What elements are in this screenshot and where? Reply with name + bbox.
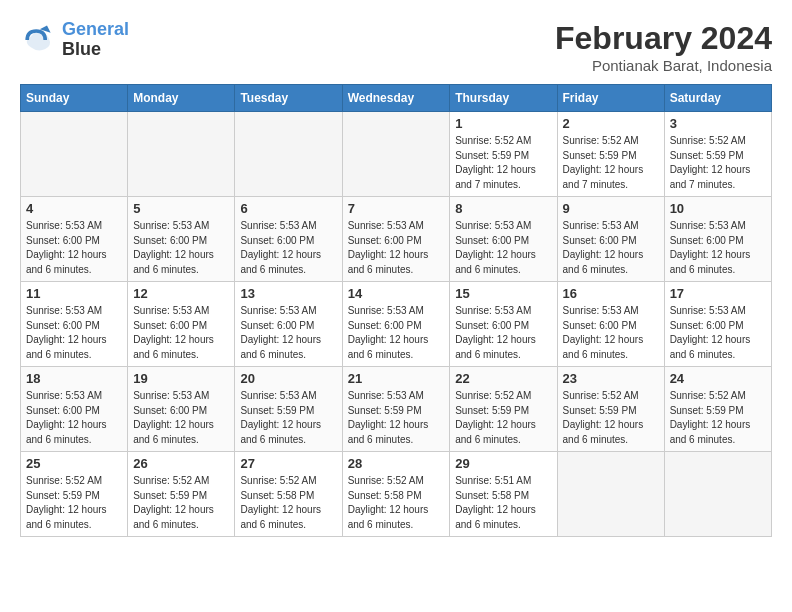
day-info: Sunrise: 5:53 AMSunset: 6:00 PMDaylight:… <box>670 219 766 277</box>
calendar-cell: 4Sunrise: 5:53 AMSunset: 6:00 PMDaylight… <box>21 197 128 282</box>
day-number: 12 <box>133 286 229 301</box>
day-number: 1 <box>455 116 551 131</box>
calendar-cell: 7Sunrise: 5:53 AMSunset: 6:00 PMDaylight… <box>342 197 450 282</box>
day-info: Sunrise: 5:53 AMSunset: 6:00 PMDaylight:… <box>455 304 551 362</box>
day-number: 16 <box>563 286 659 301</box>
calendar-cell <box>235 112 342 197</box>
calendar-cell: 27Sunrise: 5:52 AMSunset: 5:58 PMDayligh… <box>235 452 342 537</box>
day-number: 26 <box>133 456 229 471</box>
calendar-cell: 15Sunrise: 5:53 AMSunset: 6:00 PMDayligh… <box>450 282 557 367</box>
day-number: 7 <box>348 201 445 216</box>
page-header: General Blue February 2024 Pontianak Bar… <box>20 20 772 74</box>
day-info: Sunrise: 5:53 AMSunset: 6:00 PMDaylight:… <box>240 304 336 362</box>
calendar-cell: 1Sunrise: 5:52 AMSunset: 5:59 PMDaylight… <box>450 112 557 197</box>
day-number: 23 <box>563 371 659 386</box>
calendar-cell <box>21 112 128 197</box>
day-info: Sunrise: 5:53 AMSunset: 6:00 PMDaylight:… <box>240 219 336 277</box>
weekday-header-wednesday: Wednesday <box>342 85 450 112</box>
week-row-5: 25Sunrise: 5:52 AMSunset: 5:59 PMDayligh… <box>21 452 772 537</box>
calendar-cell: 26Sunrise: 5:52 AMSunset: 5:59 PMDayligh… <box>128 452 235 537</box>
weekday-header-thursday: Thursday <box>450 85 557 112</box>
weekday-header-sunday: Sunday <box>21 85 128 112</box>
month-title: February 2024 <box>555 20 772 57</box>
calendar-cell: 24Sunrise: 5:52 AMSunset: 5:59 PMDayligh… <box>664 367 771 452</box>
day-number: 17 <box>670 286 766 301</box>
day-info: Sunrise: 5:53 AMSunset: 6:00 PMDaylight:… <box>26 219 122 277</box>
day-info: Sunrise: 5:52 AMSunset: 5:59 PMDaylight:… <box>563 134 659 192</box>
day-info: Sunrise: 5:52 AMSunset: 5:58 PMDaylight:… <box>240 474 336 532</box>
day-info: Sunrise: 5:53 AMSunset: 6:00 PMDaylight:… <box>348 219 445 277</box>
day-number: 9 <box>563 201 659 216</box>
day-info: Sunrise: 5:52 AMSunset: 5:59 PMDaylight:… <box>455 134 551 192</box>
day-number: 5 <box>133 201 229 216</box>
day-number: 29 <box>455 456 551 471</box>
week-row-4: 18Sunrise: 5:53 AMSunset: 6:00 PMDayligh… <box>21 367 772 452</box>
day-number: 3 <box>670 116 766 131</box>
day-number: 14 <box>348 286 445 301</box>
calendar-cell <box>342 112 450 197</box>
calendar-table: SundayMondayTuesdayWednesdayThursdayFrid… <box>20 84 772 537</box>
day-number: 2 <box>563 116 659 131</box>
calendar-cell: 3Sunrise: 5:52 AMSunset: 5:59 PMDaylight… <box>664 112 771 197</box>
day-info: Sunrise: 5:51 AMSunset: 5:58 PMDaylight:… <box>455 474 551 532</box>
day-info: Sunrise: 5:52 AMSunset: 5:58 PMDaylight:… <box>348 474 445 532</box>
day-info: Sunrise: 5:52 AMSunset: 5:59 PMDaylight:… <box>455 389 551 447</box>
calendar-cell: 13Sunrise: 5:53 AMSunset: 6:00 PMDayligh… <box>235 282 342 367</box>
day-number: 4 <box>26 201 122 216</box>
logo: General Blue <box>20 20 129 60</box>
weekday-header-friday: Friday <box>557 85 664 112</box>
calendar-cell: 10Sunrise: 5:53 AMSunset: 6:00 PMDayligh… <box>664 197 771 282</box>
logo-text: General Blue <box>62 20 129 60</box>
calendar-cell: 22Sunrise: 5:52 AMSunset: 5:59 PMDayligh… <box>450 367 557 452</box>
calendar-cell: 12Sunrise: 5:53 AMSunset: 6:00 PMDayligh… <box>128 282 235 367</box>
day-info: Sunrise: 5:53 AMSunset: 6:00 PMDaylight:… <box>670 304 766 362</box>
calendar-cell: 19Sunrise: 5:53 AMSunset: 6:00 PMDayligh… <box>128 367 235 452</box>
calendar-cell <box>664 452 771 537</box>
calendar-cell: 29Sunrise: 5:51 AMSunset: 5:58 PMDayligh… <box>450 452 557 537</box>
logo-icon <box>20 22 56 58</box>
day-info: Sunrise: 5:52 AMSunset: 5:59 PMDaylight:… <box>563 389 659 447</box>
calendar-cell: 25Sunrise: 5:52 AMSunset: 5:59 PMDayligh… <box>21 452 128 537</box>
day-number: 8 <box>455 201 551 216</box>
calendar-cell: 8Sunrise: 5:53 AMSunset: 6:00 PMDaylight… <box>450 197 557 282</box>
day-number: 20 <box>240 371 336 386</box>
calendar-cell: 2Sunrise: 5:52 AMSunset: 5:59 PMDaylight… <box>557 112 664 197</box>
calendar-cell <box>128 112 235 197</box>
calendar-cell: 14Sunrise: 5:53 AMSunset: 6:00 PMDayligh… <box>342 282 450 367</box>
day-info: Sunrise: 5:53 AMSunset: 6:00 PMDaylight:… <box>348 304 445 362</box>
calendar-cell: 21Sunrise: 5:53 AMSunset: 5:59 PMDayligh… <box>342 367 450 452</box>
day-info: Sunrise: 5:52 AMSunset: 5:59 PMDaylight:… <box>670 389 766 447</box>
week-row-2: 4Sunrise: 5:53 AMSunset: 6:00 PMDaylight… <box>21 197 772 282</box>
day-number: 13 <box>240 286 336 301</box>
day-info: Sunrise: 5:53 AMSunset: 6:00 PMDaylight:… <box>133 389 229 447</box>
day-number: 15 <box>455 286 551 301</box>
day-info: Sunrise: 5:53 AMSunset: 6:00 PMDaylight:… <box>563 304 659 362</box>
day-info: Sunrise: 5:53 AMSunset: 6:00 PMDaylight:… <box>26 389 122 447</box>
day-number: 24 <box>670 371 766 386</box>
weekday-header-row: SundayMondayTuesdayWednesdayThursdayFrid… <box>21 85 772 112</box>
calendar-cell: 6Sunrise: 5:53 AMSunset: 6:00 PMDaylight… <box>235 197 342 282</box>
day-info: Sunrise: 5:53 AMSunset: 6:00 PMDaylight:… <box>133 304 229 362</box>
calendar-cell: 28Sunrise: 5:52 AMSunset: 5:58 PMDayligh… <box>342 452 450 537</box>
day-number: 27 <box>240 456 336 471</box>
calendar-cell: 5Sunrise: 5:53 AMSunset: 6:00 PMDaylight… <box>128 197 235 282</box>
weekday-header-tuesday: Tuesday <box>235 85 342 112</box>
calendar-cell <box>557 452 664 537</box>
calendar-cell: 23Sunrise: 5:52 AMSunset: 5:59 PMDayligh… <box>557 367 664 452</box>
weekday-header-monday: Monday <box>128 85 235 112</box>
day-info: Sunrise: 5:53 AMSunset: 5:59 PMDaylight:… <box>240 389 336 447</box>
week-row-3: 11Sunrise: 5:53 AMSunset: 6:00 PMDayligh… <box>21 282 772 367</box>
weekday-header-saturday: Saturday <box>664 85 771 112</box>
calendar-cell: 17Sunrise: 5:53 AMSunset: 6:00 PMDayligh… <box>664 282 771 367</box>
day-number: 10 <box>670 201 766 216</box>
day-number: 19 <box>133 371 229 386</box>
day-info: Sunrise: 5:52 AMSunset: 5:59 PMDaylight:… <box>26 474 122 532</box>
day-number: 22 <box>455 371 551 386</box>
day-info: Sunrise: 5:52 AMSunset: 5:59 PMDaylight:… <box>133 474 229 532</box>
calendar-cell: 20Sunrise: 5:53 AMSunset: 5:59 PMDayligh… <box>235 367 342 452</box>
day-info: Sunrise: 5:53 AMSunset: 6:00 PMDaylight:… <box>26 304 122 362</box>
day-info: Sunrise: 5:53 AMSunset: 6:00 PMDaylight:… <box>133 219 229 277</box>
title-block: February 2024 Pontianak Barat, Indonesia <box>555 20 772 74</box>
calendar-cell: 9Sunrise: 5:53 AMSunset: 6:00 PMDaylight… <box>557 197 664 282</box>
week-row-1: 1Sunrise: 5:52 AMSunset: 5:59 PMDaylight… <box>21 112 772 197</box>
